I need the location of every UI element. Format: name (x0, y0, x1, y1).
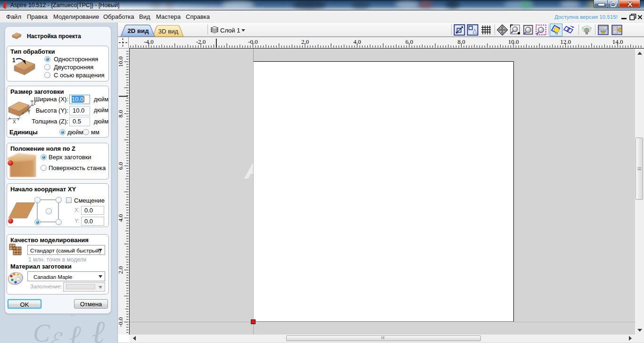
svg-text:8.0: 8.0 (118, 110, 124, 117)
svg-text:6.0: 6.0 (118, 162, 124, 170)
svg-text:1: 1 (12, 57, 16, 64)
svg-text:2D вид: 2D вид (127, 27, 149, 34)
svg-text:3D вид: 3D вид (158, 28, 179, 35)
svg-text:-4.0: -4.0 (144, 38, 154, 45)
svg-text:10.0: 10.0 (118, 57, 124, 67)
svg-text:2.0: 2.0 (118, 266, 124, 274)
svg-text:-2.0: -2.0 (196, 38, 206, 45)
svg-text:14.0: 14.0 (612, 38, 623, 45)
svg-text:10.0: 10.0 (508, 38, 519, 45)
svg-text:-0.0: -0.0 (248, 38, 258, 45)
svg-text:4.0: 4.0 (118, 214, 124, 221)
svg-text:-0.0: -0.0 (118, 317, 124, 327)
svg-text:2.0: 2.0 (301, 38, 309, 45)
svg-text:12.0: 12.0 (560, 38, 571, 45)
svg-text:6.0: 6.0 (405, 38, 413, 45)
svg-text:8.0: 8.0 (457, 38, 465, 45)
svg-text:4.0: 4.0 (353, 38, 361, 45)
